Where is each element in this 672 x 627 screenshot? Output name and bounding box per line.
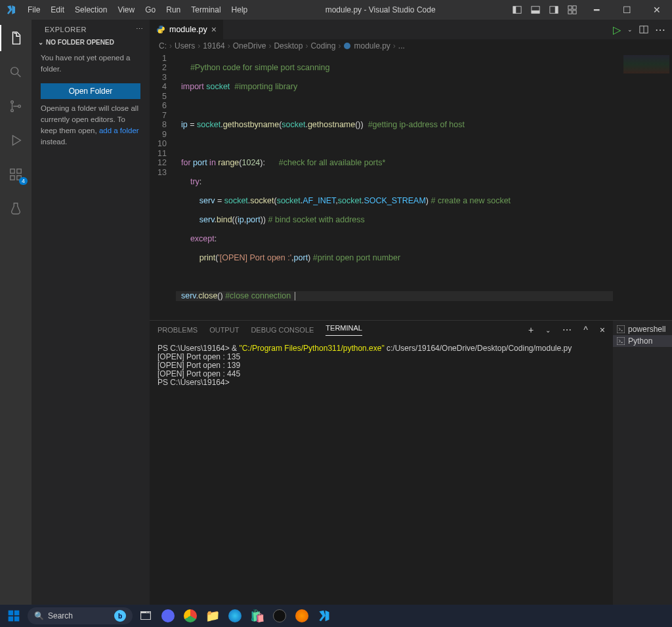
activity-testing-icon[interactable] — [0, 195, 32, 222]
crumb[interactable]: Coding — [310, 41, 335, 51]
editor-tabs: module.py × ▷ ⌄ ⋯ — [150, 20, 672, 39]
panel-tabs: PROBLEMS OUTPUT DEBUG CONSOLE TERMINAL +… — [150, 321, 613, 340]
crumb[interactable]: Desktop — [274, 41, 303, 51]
crumb[interactable]: Users — [175, 41, 195, 51]
extensions-badge: 4 — [19, 177, 28, 185]
menu-terminal[interactable]: Terminal — [186, 5, 226, 14]
menu-selection[interactable]: Selection — [70, 5, 112, 14]
panel-tab-output[interactable]: OUTPUT — [209, 326, 239, 334]
menu-view[interactable]: View — [112, 5, 140, 14]
panel-tab-debug-console[interactable]: DEBUG CONSOLE — [251, 326, 314, 334]
svg-point-11 — [11, 101, 14, 104]
task-view-icon[interactable]: 🗔 — [136, 607, 155, 625]
minimap[interactable] — [613, 52, 672, 320]
tab-module-py[interactable]: module.py × — [150, 20, 224, 39]
open-folder-button[interactable]: Open Folder — [41, 83, 140, 99]
breadcrumbs[interactable]: C:› Users› 19164› OneDrive› Desktop› Cod… — [150, 39, 672, 52]
tab-close-icon[interactable]: × — [211, 24, 217, 35]
crumb[interactable]: C: — [159, 41, 167, 51]
svg-point-20 — [344, 43, 350, 49]
crumb[interactable]: OneDrive — [233, 41, 266, 51]
crumb[interactable]: module.py — [354, 41, 390, 51]
taskbar-vscode-icon[interactable] — [315, 607, 333, 625]
panel-tab-terminal[interactable]: TERMINAL — [326, 324, 362, 336]
section-label: NO FOLDER OPENED — [46, 39, 114, 46]
panel-more-icon[interactable]: ⋯ — [562, 325, 572, 335]
activity-scm-icon[interactable] — [0, 93, 32, 119]
windows-taskbar: 🔍 Search b 🗔 📁 🛍️ — [0, 605, 672, 627]
title-bar: File Edit Selection View Go Run Terminal… — [0, 0, 672, 20]
terminal-icon — [617, 337, 625, 345]
activity-explorer-icon[interactable] — [0, 25, 32, 51]
customize-layout-icon[interactable] — [563, 0, 581, 20]
window-maximize-icon[interactable]: ☐ — [612, 0, 642, 20]
svg-rect-25 — [9, 617, 14, 622]
svg-rect-23 — [9, 611, 14, 616]
menu-help[interactable]: Help — [226, 5, 253, 14]
sidebar-title: EXPLORER — [45, 26, 87, 33]
activity-debug-icon[interactable] — [0, 127, 32, 153]
terminal-powershell[interactable]: powershell — [613, 323, 672, 335]
taskbar-search[interactable]: 🔍 Search b — [28, 607, 133, 624]
terminal-icon — [617, 325, 625, 333]
window-close-icon[interactable]: ✕ — [642, 0, 672, 20]
terminal-python[interactable]: Python — [613, 335, 672, 347]
terminal-output[interactable]: PS C:\Users\19164> & "C:/Program Files/P… — [150, 340, 613, 605]
add-folder-link[interactable]: add a folder — [99, 127, 139, 134]
more-actions-icon[interactable]: ⋯ — [655, 24, 665, 36]
chevron-down-icon: ⌄ — [38, 39, 43, 46]
svg-rect-5 — [555, 7, 558, 14]
menu-run[interactable]: Run — [161, 5, 186, 14]
menu-file[interactable]: File — [22, 5, 45, 14]
menu-go[interactable]: Go — [140, 5, 161, 14]
window-title: module.py - Visual Studio Code — [253, 5, 508, 14]
crumb[interactable]: 19164 — [203, 41, 224, 51]
vscode-logo-icon — [0, 5, 22, 15]
search-placeholder: Search — [48, 611, 73, 620]
toggle-panel-icon[interactable] — [526, 0, 545, 20]
svg-rect-15 — [10, 176, 14, 180]
no-folder-header[interactable]: ⌄ NO FOLDER OPENED — [32, 36, 150, 49]
run-python-icon[interactable]: ▷ — [613, 24, 621, 36]
activity-search-icon[interactable] — [0, 59, 32, 85]
terminal-label: powershell — [628, 325, 665, 334]
panel: PROBLEMS OUTPUT DEBUG CONSOLE TERMINAL +… — [150, 320, 672, 605]
taskbar-firefox-icon[interactable] — [293, 607, 311, 625]
run-dropdown-icon[interactable]: ⌄ — [627, 26, 633, 33]
start-button[interactable] — [4, 607, 24, 625]
taskbar-app2-icon[interactable] — [270, 607, 289, 625]
activity-extensions-icon[interactable]: 4 — [0, 161, 32, 188]
window-minimize-icon[interactable]: ━ — [581, 0, 612, 20]
taskbar-edge-icon[interactable] — [226, 607, 244, 625]
svg-rect-3 — [532, 10, 539, 13]
search-icon: 🔍 — [34, 611, 44, 620]
svg-rect-1 — [513, 7, 516, 14]
toggle-primary-sidebar-icon[interactable] — [508, 0, 526, 20]
taskbar-store-icon[interactable]: 🛍️ — [248, 607, 266, 625]
taskbar-app-icon[interactable] — [159, 607, 177, 625]
split-editor-icon[interactable] — [639, 25, 648, 34]
line-number-gutter: 12345678910111213 — [150, 52, 176, 320]
terminal-dropdown-icon[interactable]: ⌄ — [545, 327, 551, 334]
activity-bar: 4 — [0, 20, 32, 605]
svg-rect-17 — [17, 169, 21, 173]
crumb[interactable]: ... — [398, 41, 405, 51]
svg-rect-21 — [617, 325, 625, 333]
terminal-list: powershell Python — [613, 321, 672, 605]
tab-label: module.py — [169, 25, 207, 34]
new-terminal-icon[interactable]: + — [528, 325, 534, 335]
menu-edit[interactable]: Edit — [45, 5, 70, 14]
svg-point-12 — [11, 110, 14, 112]
svg-rect-22 — [617, 337, 625, 345]
panel-maximize-icon[interactable]: ^ — [583, 325, 588, 335]
editor-area[interactable]: 12345678910111213 #Python code for simpl… — [150, 52, 672, 320]
taskbar-chrome-icon[interactable] — [181, 607, 200, 625]
svg-rect-7 — [573, 6, 576, 9]
sidebar-more-icon[interactable]: ⋯ — [136, 25, 144, 33]
panel-close-icon[interactable]: × — [600, 325, 605, 335]
bing-icon[interactable]: b — [114, 610, 126, 622]
taskbar-explorer-icon[interactable]: 📁 — [203, 607, 222, 625]
panel-tab-problems[interactable]: PROBLEMS — [158, 326, 198, 334]
toggle-secondary-sidebar-icon[interactable] — [545, 0, 563, 20]
code-content[interactable]: #Python code for simple port scanning im… — [176, 52, 613, 320]
